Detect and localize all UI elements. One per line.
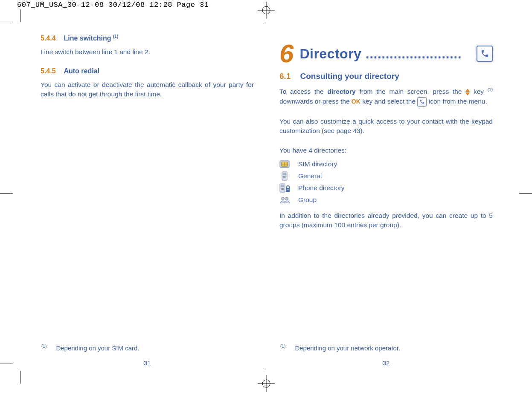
prepress-slug: 607_UM_USA_30-12-08 30/12/08 12:28 Page … — [17, 1, 209, 9]
svg-point-28 — [282, 197, 285, 200]
page-number: 32 — [279, 359, 493, 367]
list-item-label: Phone directory — [298, 184, 345, 192]
svg-rect-17 — [285, 177, 286, 178]
footnote-ref: (1) — [113, 34, 118, 39]
nav-up-down-icon — [465, 89, 470, 95]
crop-mark — [0, 364, 13, 364]
svg-rect-12 — [283, 176, 284, 177]
list-item-label: SIM directory — [298, 160, 337, 168]
list-item: Group — [279, 196, 493, 204]
section-5-4-4-heading: 5.4.4 Line switching (1) — [41, 34, 254, 42]
sim-card-icon — [279, 160, 290, 168]
svg-rect-19 — [281, 185, 284, 187]
list-item-label: Group — [298, 196, 317, 204]
footnote-marker: (1) — [280, 344, 285, 349]
svg-rect-15 — [283, 177, 284, 178]
section-title: Auto redial — [64, 67, 99, 75]
svg-rect-11 — [283, 173, 286, 175]
svg-rect-25 — [283, 189, 284, 190]
chapter-heading: 6 Directory ........................ — [279, 43, 493, 64]
section-6-1-para4: In addition to the directories already p… — [279, 211, 493, 230]
text-bold: directory — [327, 88, 355, 95]
text: key and select the — [360, 98, 418, 105]
section-5-4-4-body: Line switch between line 1 and line 2. — [41, 47, 254, 57]
chapter-number: 6 — [279, 43, 294, 64]
crop-mark — [0, 21, 13, 21]
svg-rect-14 — [285, 176, 286, 177]
footnote: (1) Depending on your network operator. — [280, 344, 400, 352]
section-number: 5.4.4 — [41, 35, 62, 42]
svg-rect-21 — [282, 188, 283, 189]
footnote-text: Depending on your network operator. — [295, 344, 400, 352]
text: icon from the menu. — [427, 98, 487, 105]
section-title-text: Line switching — [64, 35, 111, 42]
text: from the main screen, press the — [356, 88, 466, 95]
page-32: 6 Directory ........................ 6.1… — [279, 34, 493, 371]
text: key — [470, 88, 488, 95]
svg-rect-23 — [281, 189, 282, 190]
phone-lock-icon — [279, 184, 290, 192]
list-item: SIM directory — [279, 160, 493, 168]
svg-point-29 — [285, 197, 288, 200]
section-6-1-heading: 6.1 Consulting your directory — [279, 72, 493, 81]
section-5-4-5-body: You can activate or deactivate the autom… — [41, 80, 254, 99]
registration-mark-icon — [258, 375, 275, 392]
svg-rect-20 — [281, 188, 282, 189]
registration-mark-icon — [258, 2, 275, 19]
text: To access the — [279, 88, 327, 95]
section-number: 6.1 — [279, 72, 298, 81]
phone-icon — [477, 46, 493, 62]
footnote-text: Depending on your SIM card. — [56, 344, 139, 352]
svg-point-27 — [288, 189, 288, 190]
crop-mark — [519, 193, 532, 194]
crop-mark — [0, 193, 13, 194]
section-6-1-para2: You can also customize a quick access to… — [279, 117, 493, 136]
crop-mark — [20, 371, 20, 384]
page-number: 31 — [41, 359, 254, 367]
footnote-ref: (1) — [488, 87, 493, 92]
section-5-4-5-heading: 5.4.5 Auto redial — [41, 67, 254, 75]
footnote: (1) Depending on your SIM card. — [41, 344, 140, 352]
phone-icon — [417, 97, 427, 107]
section-title: Consulting your directory — [300, 72, 399, 81]
section-6-1-para1: To access the directory from the main sc… — [279, 87, 493, 107]
section-number: 5.4.5 — [41, 67, 62, 75]
text: downwards or press the — [279, 98, 352, 105]
group-icon — [279, 196, 290, 204]
phone-device-icon — [279, 172, 290, 180]
directory-list: SIM directory General Phone director — [279, 160, 493, 204]
section-6-1-para3: You have 4 directories: — [279, 146, 493, 155]
svg-rect-13 — [284, 176, 285, 177]
footnote-marker: (1) — [41, 344, 47, 349]
page-31: 5.4.4 Line switching (1) Line switch bet… — [41, 34, 254, 371]
list-item: Phone directory — [279, 184, 493, 192]
list-item-label: General — [298, 172, 322, 180]
svg-rect-22 — [283, 188, 284, 189]
crop-mark — [20, 9, 20, 22]
ok-key-icon: OK — [352, 97, 360, 106]
svg-rect-24 — [282, 189, 283, 190]
svg-rect-16 — [284, 177, 285, 178]
list-item: General — [279, 172, 493, 180]
section-title: Line switching (1) — [64, 35, 118, 42]
chapter-title: Directory ........................ — [299, 46, 477, 62]
